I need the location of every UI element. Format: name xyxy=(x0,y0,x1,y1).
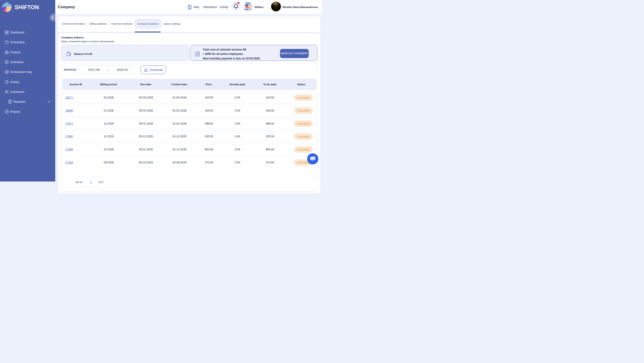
svg-text:SHIFTON: SHIFTON xyxy=(244,8,253,11)
